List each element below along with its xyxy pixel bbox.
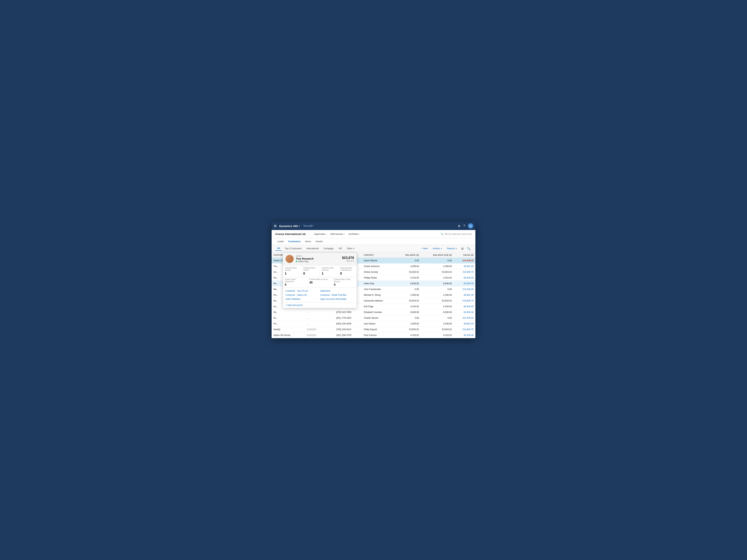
stat-sales-orders: Ongoing Sales Orders: 0: [302, 265, 320, 277]
actions-button[interactable]: Actions ∨: [431, 246, 444, 250]
link-top10[interactable]: Customer - Top 10 List: [285, 289, 319, 293]
tab-items[interactable]: Items: [303, 238, 313, 245]
cell-name-9: Sk...: [272, 310, 305, 315]
popup-customer-name[interactable]: Trey Research: [296, 257, 340, 260]
cell-balance-due-5: 0.00: [421, 287, 454, 292]
cell-contact-0: Karen Wiener: [362, 258, 395, 264]
approvals-menu[interactable]: Approvals ∨: [312, 230, 329, 238]
cell-contact-9: Elisabeth Camden: [362, 310, 395, 315]
stat-sq-value: 1: [285, 272, 300, 275]
customer-popup-card: 20000 Trey Research Helen Ray $23,876 $2…: [283, 252, 357, 308]
cell-balance-2: 53,833.52: [395, 269, 421, 275]
link-sales-list[interactable]: Customer - Sales List: [285, 293, 319, 297]
link-detail-trial[interactable]: Customer - Detail Trial Bal.: [320, 293, 354, 297]
stat-sales-invoices: Ongoing Sales Invoices: 1: [320, 265, 338, 277]
user-avatar[interactable]: U: [468, 223, 473, 229]
filter-vip[interactable]: VIP: [337, 246, 344, 250]
help-icon[interactable]: ?: [463, 224, 465, 228]
cell-balance-due-8: 4,316.92: [421, 304, 454, 310]
table-row[interactable]: Sk... ... (978) 543-7665 Elisabeth Camde…: [272, 310, 475, 315]
cell-balance-due-4: 8,836.80: [421, 281, 454, 287]
stat-si-label: Ongoing Sales Invoices:: [321, 267, 336, 271]
view-toggle-icon[interactable]: ⊞: [460, 246, 465, 251]
cell-contact-8: Erik Page: [362, 304, 395, 310]
new-button[interactable]: + New: [420, 246, 430, 250]
cell-name-13: Alpine Ski House: [272, 332, 305, 338]
tab-assets[interactable]: Assets: [314, 238, 325, 245]
cell-balance-due-13: 4,316.92: [421, 332, 454, 338]
table-row[interactable]: Alpine Ski House 140000 (281) 296-3735 P…: [272, 332, 475, 338]
stat-pc-label: Posted Sales Credit Memos:: [334, 278, 355, 283]
approvals-label: Approvals: [314, 233, 325, 235]
link-sales-stats[interactable]: Sales Statistics: [285, 297, 319, 301]
cell-name-10: Ni...: [272, 315, 305, 321]
stat-so-label: Ongoing Sales Orders:: [303, 267, 318, 271]
cell-balance-due-1: 2,036.60: [421, 264, 454, 269]
cell-phone-9: (978) 543-7665: [334, 310, 362, 315]
stat-posted-credit: Posted Sales Credit Memos: 0: [332, 277, 357, 288]
self-service-chevron: ∨: [343, 233, 345, 235]
sub-nav-bar: Cronus International Ltd. Approvals ∨ Se…: [272, 230, 475, 238]
app-name-chevron: ∨: [299, 225, 300, 227]
tab-leads[interactable]: Leads: [275, 238, 285, 245]
cell-contact-5: John Fassbender: [362, 287, 395, 292]
self-service-menu[interactable]: Self-service ∨: [329, 230, 346, 238]
cell-sales-10: 214,536.00: [454, 315, 475, 321]
app-screen: ⊞ Dynamics 365 ∨ "Tenerife" ⚙ ? U Cronus…: [272, 222, 475, 338]
cell-sales-6: 48,891.40: [454, 292, 475, 298]
table-row[interactable]: Po... ... (503) 228-4256 Ivan Palace 2,0…: [272, 321, 475, 327]
popup-contact-name: Helen Ray: [298, 260, 308, 263]
popup-balance-amount: $23,876: [342, 256, 354, 260]
cell-balance-due-10: 0.00: [421, 315, 454, 321]
cell-sales-7: 219,809.70: [454, 298, 475, 304]
filter-international[interactable]: International: [305, 246, 320, 250]
cell-sales-8: 66,309.40: [454, 304, 475, 310]
search-hint-text: Tell me what you want to do: [444, 233, 472, 235]
table-row[interactable]: Ni... ... (501) 776-4322 Charlie Steven …: [272, 315, 475, 321]
cell-sales-12: 219,809.70: [454, 327, 475, 332]
popup-contact: Helen Ray: [296, 260, 340, 263]
archived-label: Archived: [349, 233, 358, 235]
cell-sales-3: 66,309.40: [454, 275, 475, 281]
cell-balance-3: 4,316.92: [395, 275, 421, 281]
app-name-label: Dynamics 365: [279, 224, 298, 228]
table-row[interactable]: Nestify 130000 (700) 100-0412 Philip Dup…: [272, 327, 475, 332]
reports-button[interactable]: Reports ∨: [445, 246, 459, 250]
search-hint[interactable]: 🔍 Tell me what you want to do: [441, 233, 472, 235]
stat-pi-value: 45: [309, 281, 330, 284]
cell-phone-12: (700) 100-0412: [334, 327, 362, 332]
environment-name: "Tenerife": [303, 224, 314, 228]
search-icon[interactable]: 🔍: [466, 246, 472, 251]
tab-leads-label: Leads: [277, 240, 284, 243]
stat-pi-label: Posted Sales Invoices:: [309, 278, 330, 281]
new-document-link[interactable]: + New Document: [285, 304, 354, 306]
filter-all[interactable]: All: [275, 246, 282, 251]
filter-other[interactable]: Other ∨: [345, 246, 357, 250]
link-ages-receivable[interactable]: Ages Accounts Receivable: [320, 297, 354, 301]
stat-ps-label: Posted Sales Shipments:: [285, 278, 306, 283]
cell-contact-11: Ivan Palace: [362, 321, 395, 327]
stat-cm-label: Ongoing Sales Credit Memos:: [340, 267, 355, 271]
cell-no-13: 140000: [305, 332, 334, 338]
archived-menu[interactable]: Archived ∨: [346, 230, 362, 238]
stat-posted-shipments: Posted Sales Shipments: 0: [283, 277, 308, 288]
settings-icon[interactable]: ⚙: [458, 224, 460, 228]
archived-chevron: ∨: [359, 233, 360, 235]
cell-name-12: Nestify: [272, 327, 305, 332]
app-name[interactable]: Dynamics 365 ∨: [279, 224, 300, 228]
filter-top5[interactable]: Top 5 Customers: [283, 246, 304, 250]
col-balance-due: BALANCE DUE ($): [421, 252, 454, 258]
popup-new-doc: + New Document: [283, 302, 357, 308]
cell-balance-due-12: 53,833.52: [421, 327, 454, 332]
stat-ps-value: 0: [285, 283, 306, 287]
link-statement[interactable]: Statement: [320, 289, 354, 293]
waffle-icon[interactable]: ⊞: [274, 224, 277, 228]
cell-phone-10: (501) 776-4322: [334, 315, 362, 321]
tab-customers[interactable]: Customers: [286, 238, 303, 245]
cell-name-11: Po...: [272, 321, 305, 327]
tab-items-label: Items: [305, 240, 311, 243]
popup-stats-row1: Ongoing Sales Quotes: 1 Ongoing Sales Or…: [283, 265, 357, 277]
cell-balance-4: 8,836.80: [395, 281, 421, 287]
cell-balance-13: 4,316.92: [395, 332, 421, 338]
filter-campaign[interactable]: Campaign: [321, 246, 336, 250]
